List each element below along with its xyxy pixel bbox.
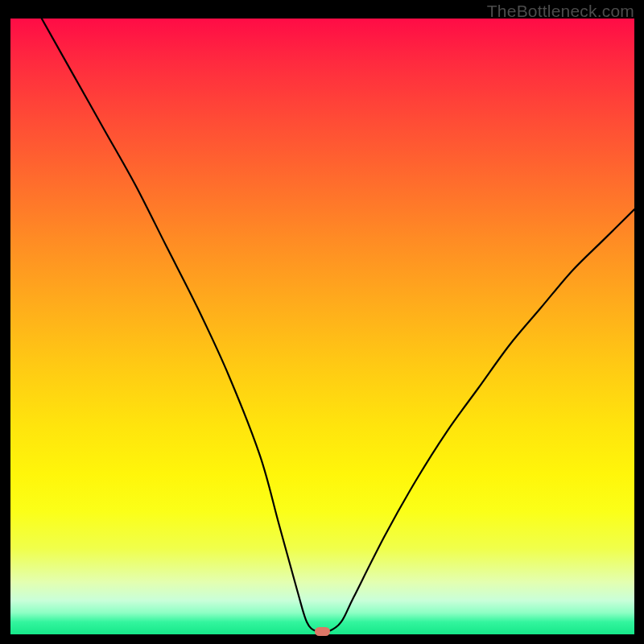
curve-path	[42, 19, 634, 633]
bottleneck-curve	[10, 19, 634, 634]
watermark-text: TheBottleneck.com	[487, 2, 634, 21]
optimal-point-marker	[315, 627, 330, 636]
chart-stage: TheBottleneck.com	[0, 0, 644, 644]
plot-area	[10, 19, 634, 634]
